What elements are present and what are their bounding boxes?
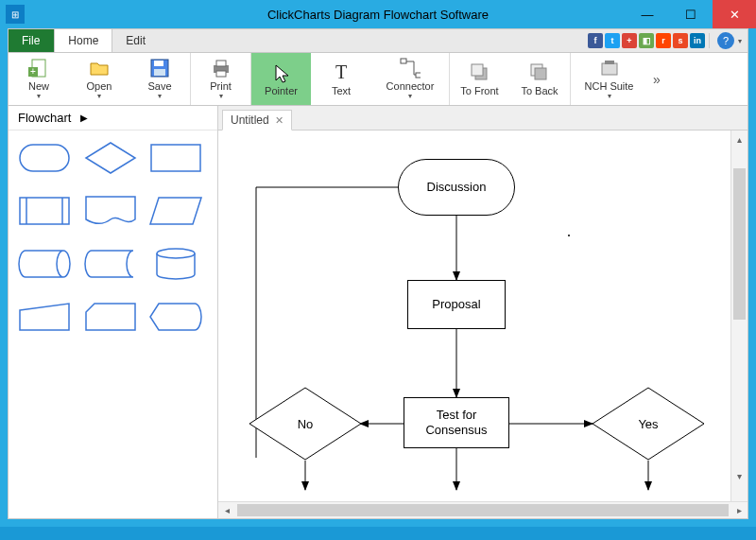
scroll-up-icon[interactable]: ▴: [731, 131, 747, 148]
connector-button[interactable]: Connector ▾: [371, 53, 449, 105]
pointer-label: Pointer: [265, 85, 298, 96]
scroll-right-icon[interactable]: ▸: [730, 505, 747, 515]
social-share: f t + ◧ r s in ? ▾: [588, 29, 747, 52]
shape-database[interactable]: [149, 246, 202, 282]
svg-rect-17: [20, 145, 69, 171]
open-label: Open: [87, 80, 112, 92]
social-separator: [709, 33, 710, 48]
toback-label: To Back: [521, 85, 558, 96]
menu-file[interactable]: File: [9, 29, 54, 52]
node-proposal[interactable]: Proposal: [407, 280, 506, 329]
diagram-canvas[interactable]: Discussion Proposal Test for Consensus N…: [218, 131, 730, 501]
shape-palette: [9, 131, 217, 344]
canvas-wrap: Untitled ✕: [218, 106, 747, 518]
sidebar-category-label: Flowchart: [18, 111, 71, 125]
shape-stored-data[interactable]: [84, 246, 137, 282]
shape-manual-input[interactable]: [18, 299, 71, 335]
node-label: Test for Consensus: [425, 408, 487, 437]
shape-data[interactable]: [149, 193, 202, 229]
scroll-track[interactable]: [235, 502, 730, 518]
print-button[interactable]: Print ▾: [190, 53, 250, 105]
node-consensus[interactable]: Test for Consensus: [404, 397, 509, 448]
chevron-down-icon: ▾: [608, 92, 611, 100]
pointer-icon: [271, 62, 292, 83]
scroll-left-icon[interactable]: ◂: [218, 505, 235, 515]
node-label: No: [249, 387, 362, 461]
svg-rect-16: [605, 61, 614, 64]
shape-terminator[interactable]: [18, 140, 71, 176]
save-button[interactable]: Save ▾: [129, 53, 190, 105]
stray-point: [568, 235, 570, 236]
svg-rect-7: [216, 61, 226, 66]
shape-card[interactable]: [84, 299, 137, 335]
app-window: ⊞ ClickCharts Diagram Flowchart Software…: [0, 0, 756, 540]
toback-button[interactable]: To Back: [509, 53, 570, 105]
nchsuite-label: NCH Suite: [585, 80, 634, 92]
canvas-outer: Discussion Proposal Test for Consensus N…: [218, 131, 747, 501]
reddit-icon[interactable]: r: [656, 33, 671, 48]
svg-rect-4: [154, 61, 163, 66]
nchsuite-button[interactable]: NCH Suite ▾: [570, 53, 647, 105]
scroll-thumb[interactable]: [237, 504, 729, 516]
shape-predefined-process[interactable]: [18, 193, 71, 229]
menu-edit[interactable]: Edit: [112, 29, 160, 52]
chevron-down-icon: ▾: [97, 92, 101, 100]
shapes-sidebar: Flowchart ▶: [9, 106, 218, 518]
expand-icon: ▶: [80, 113, 88, 123]
menu-home[interactable]: Home: [54, 29, 112, 52]
scroll-down-icon[interactable]: ▾: [731, 467, 747, 484]
sidebar-category-header[interactable]: Flowchart ▶: [9, 106, 217, 131]
scroll-thumb[interactable]: [733, 168, 746, 320]
svg-rect-10: [416, 73, 421, 78]
titlebar[interactable]: ⊞ ClickCharts Diagram Flowchart Software…: [0, 0, 756, 28]
maximize-button[interactable]: ☐: [669, 0, 713, 28]
help-dropdown-icon[interactable]: ▾: [736, 37, 744, 45]
shape-direct-data[interactable]: [18, 246, 71, 282]
new-icon: +: [28, 58, 49, 78]
shape-process[interactable]: [149, 140, 202, 176]
shape-decision[interactable]: [84, 140, 137, 176]
menubar: File Home Edit f t + ◧ r s in ? ▾: [8, 28, 748, 53]
shape-document[interactable]: [84, 193, 137, 229]
facebook-icon[interactable]: f: [588, 33, 603, 48]
svg-rect-19: [20, 198, 69, 224]
new-button[interactable]: + New ▾: [9, 53, 69, 105]
google-plus-icon[interactable]: +: [622, 33, 637, 48]
close-button[interactable]: ✕: [713, 0, 756, 28]
svg-rect-8: [216, 71, 226, 77]
text-button[interactable]: T Text: [311, 53, 371, 105]
vertical-scrollbar[interactable]: ▴ ▾: [730, 131, 747, 501]
shape-display[interactable]: [149, 299, 202, 335]
svg-rect-15: [602, 63, 617, 75]
horizontal-scrollbar[interactable]: ◂ ▸: [218, 501, 747, 518]
node-label: Yes: [592, 387, 705, 461]
app-icon: ⊞: [6, 5, 25, 24]
pointer-button[interactable]: Pointer: [250, 53, 311, 105]
document-tabstrip: Untitled ✕: [218, 106, 747, 131]
tofront-button[interactable]: To Front: [449, 53, 509, 105]
minimize-button[interactable]: —: [626, 0, 669, 28]
twitter-icon[interactable]: t: [605, 33, 620, 48]
svg-rect-5: [154, 69, 165, 76]
content-area: Flowchart ▶ Untitled: [8, 106, 748, 519]
save-icon: [149, 58, 170, 78]
ribbon-overflow-button[interactable]: »: [647, 53, 666, 105]
help-button[interactable]: ?: [717, 32, 734, 49]
tofront-label: To Front: [460, 85, 498, 96]
ribbon-toolbar: + New ▾ Open ▾ Save ▾ Print ▾ Pointer T …: [8, 53, 748, 106]
print-icon: [211, 58, 232, 78]
node-discussion[interactable]: Discussion: [398, 159, 515, 216]
document-tab-untitled[interactable]: Untitled ✕: [222, 110, 292, 131]
stumbleupon-icon[interactable]: s: [673, 33, 688, 48]
node-yes[interactable]: Yes: [592, 387, 705, 461]
chevron-down-icon: ▾: [408, 92, 412, 100]
node-no[interactable]: No: [249, 387, 362, 461]
statusbar: [0, 527, 756, 540]
text-icon: T: [331, 62, 352, 83]
open-button[interactable]: Open ▾: [69, 53, 129, 105]
tofront-icon: [470, 62, 490, 83]
close-tab-icon[interactable]: ✕: [275, 114, 284, 127]
svg-point-22: [157, 249, 195, 258]
linkedin-icon[interactable]: in: [690, 33, 705, 48]
digg-icon[interactable]: ◧: [639, 33, 654, 48]
